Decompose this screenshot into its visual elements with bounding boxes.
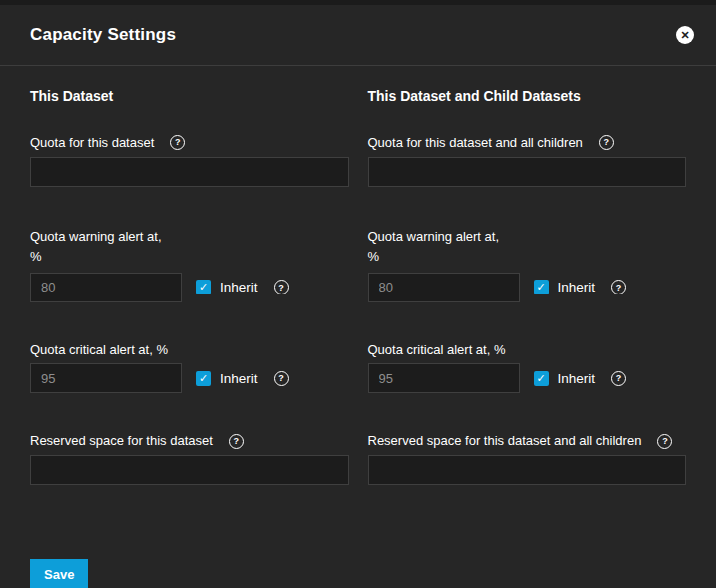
reserved-space-label: Reserved space for this dataset	[30, 433, 213, 449]
check-icon: ✓	[199, 282, 208, 293]
quota-critical-children-label: Quota critical alert at, %	[368, 342, 506, 358]
help-icon[interactable]: ?	[274, 280, 289, 294]
help-icon[interactable]: ?	[274, 371, 289, 386]
this-dataset-column: This Dataset Quota for this dataset ? Qu…	[30, 88, 349, 525]
capacity-settings-dialog: Capacity Settings ✕ This Dataset Quota f…	[0, 0, 716, 588]
quota-field: Quota for this dataset ?	[30, 135, 349, 187]
field-label-row: Quota warning alert at, %	[368, 227, 687, 267]
quota-warning-children-input[interactable]	[368, 273, 520, 302]
field-label-row: Quota for this dataset and all children …	[368, 135, 687, 151]
inherit-label: Inherit	[558, 371, 596, 386]
quota-warning-field: Quota warning alert at, % ✓ Inherit ?	[30, 227, 349, 302]
quota-warning-children-label: Quota warning alert at, %	[368, 227, 513, 267]
help-icon[interactable]: ?	[657, 434, 672, 449]
dialog-header: Capacity Settings ✕	[0, 5, 716, 66]
quota-critical-label: Quota critical alert at, %	[30, 342, 168, 358]
dialog-footer: Save	[0, 525, 716, 588]
quota-critical-children-controls: ✓ Inherit ?	[368, 363, 687, 393]
inherit-checkbox[interactable]: ✓	[196, 280, 211, 294]
quota-children-label: Quota for this dataset and all children	[368, 135, 583, 151]
quota-critical-children-input[interactable]	[368, 363, 520, 393]
help-icon[interactable]: ?	[170, 135, 185, 150]
quota-warning-input[interactable]	[30, 273, 182, 302]
child-datasets-column: This Dataset and Child Datasets Quota fo…	[368, 88, 687, 525]
inherit-label: Inherit	[558, 280, 596, 294]
reserved-space-children-field: Reserved space for this dataset and all …	[368, 433, 687, 485]
check-icon: ✓	[536, 373, 545, 384]
reserved-space-children-input[interactable]	[368, 455, 687, 485]
save-button[interactable]: Save	[30, 559, 88, 588]
help-icon[interactable]: ?	[611, 371, 626, 386]
field-label-row: Quota warning alert at, %	[30, 227, 349, 267]
quota-critical-children-field: Quota critical alert at, % ✓ Inherit ?	[368, 342, 687, 394]
section-heading-child-datasets: This Dataset and Child Datasets	[368, 88, 687, 104]
check-icon: ✓	[536, 282, 545, 293]
field-label-row: Reserved space for this dataset ?	[30, 433, 349, 449]
help-icon[interactable]: ?	[599, 135, 614, 150]
help-icon[interactable]: ?	[611, 280, 626, 294]
inherit-checkbox[interactable]: ✓	[534, 280, 549, 294]
quota-warning-label: Quota warning alert at, %	[30, 227, 175, 267]
section-heading-this-dataset: This Dataset	[30, 88, 349, 104]
inherit-label: Inherit	[220, 280, 258, 294]
inherit-label: Inherit	[220, 371, 258, 386]
check-icon: ✓	[199, 373, 208, 384]
quota-critical-input[interactable]	[30, 363, 182, 393]
reserved-space-field: Reserved space for this dataset ?	[30, 433, 349, 485]
quota-input[interactable]	[30, 157, 349, 187]
inherit-checkbox[interactable]: ✓	[196, 371, 211, 386]
field-label-row: Quota critical alert at, %	[30, 342, 349, 358]
quota-label: Quota for this dataset	[30, 135, 154, 151]
quota-critical-field: Quota critical alert at, % ✓ Inherit ?	[30, 342, 349, 394]
quota-warning-children-field: Quota warning alert at, % ✓ Inherit ?	[368, 227, 687, 302]
reserved-space-children-label: Reserved space for this dataset and all …	[368, 433, 642, 449]
dialog-body: This Dataset Quota for this dataset ? Qu…	[0, 66, 716, 525]
quota-warning-controls: ✓ Inherit ?	[30, 273, 349, 302]
field-label-row: Quota for this dataset ?	[30, 135, 349, 151]
reserved-space-input[interactable]	[30, 455, 349, 485]
close-icon: ✕	[680, 30, 689, 41]
help-icon[interactable]: ?	[229, 434, 244, 449]
inherit-checkbox[interactable]: ✓	[534, 371, 549, 386]
quota-children-input[interactable]	[368, 157, 687, 187]
quota-warning-children-controls: ✓ Inherit ?	[368, 273, 687, 302]
field-label-row: Quota critical alert at, %	[368, 342, 687, 358]
quota-critical-controls: ✓ Inherit ?	[30, 363, 349, 393]
field-label-row: Reserved space for this dataset and all …	[368, 433, 687, 449]
dialog-title: Capacity Settings	[30, 25, 176, 45]
quota-children-field: Quota for this dataset and all children …	[368, 135, 687, 187]
close-button[interactable]: ✕	[676, 26, 694, 44]
